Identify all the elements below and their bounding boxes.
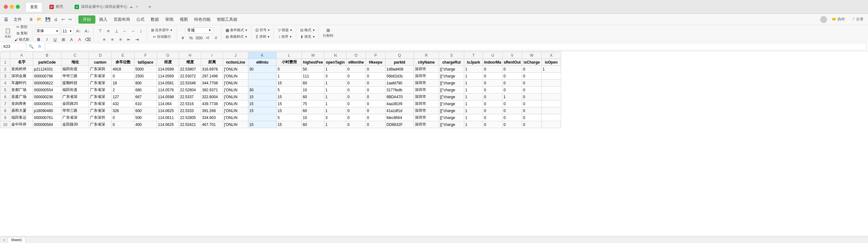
cell-J2[interactable]: ['ONLIN xyxy=(223,66,248,73)
cell-I8[interactable]: 391.268 xyxy=(201,107,223,114)
row-header-5[interactable]: 5 xyxy=(0,87,10,93)
cell-M10[interactable]: 60 xyxy=(302,121,324,128)
cell-G9[interactable]: 114.0611 xyxy=(157,114,179,121)
cell-D6[interactable]: 广东省深 xyxy=(89,93,112,100)
cell-Q2[interactable]: 1d9ad408 xyxy=(385,66,414,73)
cell-O7[interactable]: 0 xyxy=(346,100,366,107)
cell-S5[interactable]: [{"charge xyxy=(439,87,464,93)
cell-A9[interactable]: 福田客运 xyxy=(10,114,33,121)
cell-X9[interactable] xyxy=(541,114,561,121)
sum-button[interactable]: Σ 求和 ▼ xyxy=(254,34,272,40)
number-format-dropdown[interactable]: 常规 ▼ xyxy=(185,27,213,33)
cell-V2[interactable]: 0 xyxy=(503,66,522,73)
cell-U3[interactable]: 0 xyxy=(483,73,503,80)
cell-E3[interactable]: 0 xyxy=(112,73,134,80)
cell-T8[interactable]: 1 xyxy=(464,107,483,114)
align-middle-button[interactable]: ≡ xyxy=(104,27,112,35)
cell-C3[interactable]: 华华三路 xyxy=(61,73,89,80)
new-tab-button[interactable]: + xyxy=(146,3,154,11)
cell-F4[interactable]: 800 xyxy=(134,80,157,87)
cell-K9[interactable] xyxy=(248,114,277,121)
cell-M1[interactable]: highestFee xyxy=(302,59,324,66)
cell-K1[interactable]: eMintu⁢ xyxy=(248,59,277,66)
cell-B7[interactable]: 000000551 xyxy=(33,100,61,107)
cell-F8[interactable]: 600 xyxy=(134,107,157,114)
cell-W6[interactable]: 0 xyxy=(522,93,541,100)
cell-Q8[interactable]: 41a1df1d xyxy=(385,107,414,114)
cell-E9[interactable]: 0 xyxy=(112,114,134,121)
conditional-format-button[interactable]: ▦ 条件格式 ▼ xyxy=(224,27,249,33)
col-header-h[interactable]: H xyxy=(179,52,201,59)
cell-P4[interactable]: 0 xyxy=(366,80,385,87)
minimize-button[interactable] xyxy=(10,5,14,9)
col-header-s[interactable]: S xyxy=(439,52,464,59)
cell-I3[interactable]: 297.1496 xyxy=(201,73,223,80)
cell-T6[interactable]: 1 xyxy=(464,93,483,100)
col-header-o[interactable]: O xyxy=(346,52,366,59)
cell-X10[interactable] xyxy=(541,121,561,128)
menu-hamburger-icon[interactable]: ☰ xyxy=(2,17,10,23)
row-header-4[interactable]: 4 xyxy=(0,80,10,87)
cell-K8[interactable]: 15 xyxy=(248,107,277,114)
cell-S8[interactable]: [{"charge xyxy=(439,107,464,114)
share-button[interactable]: ↗ 分享 xyxy=(849,16,866,23)
tab-home[interactable]: 首页 xyxy=(26,2,42,12)
cell-M7[interactable]: 75 xyxy=(302,100,324,107)
cell-W4[interactable]: 0 xyxy=(522,80,541,87)
col-header-j[interactable]: J xyxy=(223,52,248,59)
cell-D9[interactable]: 广东深圳 xyxy=(89,114,112,121)
currency-button[interactable]: ¥ xyxy=(179,34,187,42)
cell-R6[interactable]: 深圳市 xyxy=(414,93,439,100)
row-header-7[interactable]: 7 xyxy=(0,100,10,107)
add-sheet-button[interactable]: + xyxy=(1,237,7,243)
cell-T1[interactable]: isJpark xyxy=(464,59,483,66)
cell-M3[interactable]: 111 xyxy=(302,73,324,80)
cell-F3[interactable]: 2500 xyxy=(134,73,157,80)
cell-D1[interactable]: canton xyxy=(89,59,112,66)
cell-K5[interactable]: 30 xyxy=(248,87,277,93)
cell-T5[interactable]: 1 xyxy=(464,87,483,93)
cell-N3[interactable]: 3 xyxy=(324,73,346,80)
cell-H5[interactable]: 22.52804 xyxy=(179,87,201,93)
cell-C4[interactable]: 提顺科技 xyxy=(61,80,89,87)
cell-C1[interactable]: 地址 xyxy=(61,59,89,66)
cell-P2[interactable]: 0 xyxy=(366,66,385,73)
menu-start[interactable]: 开始 xyxy=(79,16,95,24)
cell-U9[interactable]: 0 xyxy=(483,114,503,121)
cell-E1[interactable]: 余车位数 xyxy=(112,59,134,66)
format-menu-button[interactable]: ⊟ 格式 ▼ xyxy=(299,27,317,33)
cell-X7[interactable] xyxy=(541,100,561,107)
col-header-w[interactable]: W xyxy=(522,52,541,59)
cell-U8[interactable]: 0 xyxy=(483,107,503,114)
cell-A10[interactable]: 金中环停 xyxy=(10,121,33,128)
cell-Q1[interactable]: parkId xyxy=(385,59,414,66)
cell-S2[interactable]: [{"charge xyxy=(439,66,464,73)
cell-T10[interactable]: 1 xyxy=(464,121,483,128)
col-header-t[interactable]: T xyxy=(464,52,483,59)
cell-N5[interactable]: 1 xyxy=(324,87,346,93)
cell-O5[interactable]: 0 xyxy=(346,87,366,93)
cell-A5[interactable]: 皇都广场 xyxy=(10,87,33,93)
menu-view[interactable]: 视图 xyxy=(177,16,190,24)
cell-V9[interactable]: 0 xyxy=(503,114,522,121)
cell-D4[interactable]: 广东省深 xyxy=(89,80,112,87)
row-header-2[interactable]: 2 xyxy=(0,66,10,73)
font-increase-button[interactable]: A↑ xyxy=(74,27,82,35)
col-header-c[interactable]: C xyxy=(61,52,89,59)
cell-W1[interactable]: isCharge xyxy=(522,59,541,66)
cell-V8[interactable]: 0 xyxy=(503,107,522,114)
print-icon[interactable]: 🖨 xyxy=(53,17,59,22)
cell-J5[interactable]: ['ONLIN xyxy=(223,87,248,93)
cell-F6[interactable]: 667 xyxy=(134,93,157,100)
cell-P6[interactable]: 0 xyxy=(366,93,385,100)
cell-K2[interactable]: 30 xyxy=(248,66,277,73)
row-header-9[interactable]: 9 xyxy=(0,114,10,121)
cell-N2[interactable]: 1 xyxy=(324,66,346,73)
sort-button[interactable]: ↕ 排序 ▼ xyxy=(277,34,293,40)
cell-T4[interactable]: 1 xyxy=(464,80,483,87)
cell-E5[interactable]: 2 xyxy=(112,87,134,93)
open-icon[interactable]: 📂 xyxy=(36,17,43,22)
cell-K6[interactable]: 15 xyxy=(248,93,277,100)
col-header-l[interactable]: L xyxy=(277,52,302,59)
cell-P7[interactable]: 0 xyxy=(366,100,385,107)
